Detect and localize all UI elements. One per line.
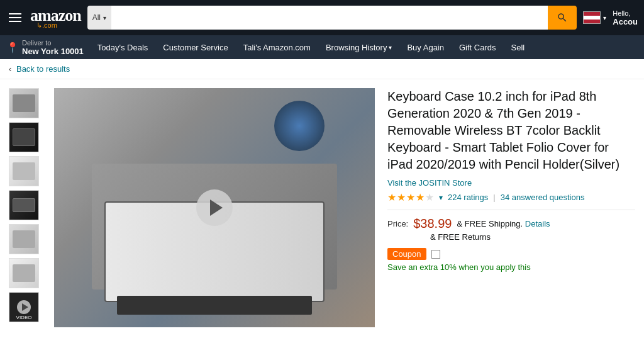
star-4-half: ★: [416, 191, 425, 203]
category-label: All: [92, 13, 101, 22]
deliver-to-button[interactable]: 📍 Deliver to New York 10001: [6, 39, 90, 56]
thumbnail-video[interactable]: VIDEO: [9, 292, 39, 322]
play-triangle-icon: [210, 200, 223, 216]
thumbnail-2[interactable]: [9, 122, 39, 152]
header: amazon ↳.com All ▾ ▾ Hello, Accou: [0, 0, 644, 35]
search-input[interactable]: [111, 6, 548, 30]
thumbnail-3[interactable]: [9, 156, 39, 186]
product-area: VIDEO Keyboard Case 10.2 inch for iPad 8…: [0, 79, 644, 336]
chevron-down-icon: ▾: [103, 14, 106, 21]
ratings-row: ★ ★ ★ ★ ★ ▾ 224 ratings | 34 answered qu…: [387, 191, 635, 203]
subnav-item-buy-again[interactable]: Buy Again: [399, 40, 452, 55]
price-value: $38.99: [413, 216, 452, 231]
product-info: Keyboard Case 10.2 inch for iPad 8th Gen…: [387, 88, 635, 327]
logo-smile: ↳.com: [36, 21, 57, 30]
subnav-item-customer-service[interactable]: Customer Service: [155, 40, 235, 55]
price-section: Price: $38.99 & FREE Shipping. Details &…: [387, 216, 635, 242]
location-pin-icon: 📍: [6, 42, 19, 53]
back-arrow-icon: ‹: [9, 64, 11, 74]
hello-text: Hello,: [613, 9, 638, 17]
store-link[interactable]: Visit the JOSITIN Store: [387, 178, 635, 188]
subnav-item-todays-deals[interactable]: Today's Deals: [90, 40, 156, 55]
star-rating[interactable]: ★ ★ ★ ★ ★: [387, 191, 434, 203]
us-flag-icon: [583, 11, 601, 24]
main-image-box: [54, 88, 375, 327]
divider: [387, 210, 635, 210]
search-bar: All ▾: [87, 6, 577, 30]
search-category-dropdown[interactable]: All ▾: [87, 6, 111, 30]
subnav: 📍 Deliver to New York 10001 Today's Deal…: [0, 35, 644, 59]
location-text: New York 10001: [22, 47, 84, 56]
breadcrumb[interactable]: ‹ Back to results: [0, 59, 644, 79]
price-shipping: & FREE Shipping. Details: [457, 219, 550, 228]
account-button[interactable]: Hello, Accou: [613, 9, 638, 26]
thumbnail-4[interactable]: [9, 190, 39, 220]
free-returns: & FREE Returns: [430, 232, 635, 242]
subnav-links: Today's Deals Customer Service Tali's Am…: [90, 40, 532, 55]
coupon-row: Coupon: [387, 248, 635, 260]
search-icon: [557, 12, 568, 23]
thumbnail-1[interactable]: [9, 88, 39, 118]
hamburger-menu[interactable]: [6, 11, 24, 25]
account-text: Accou: [613, 17, 638, 26]
thumbnail-5[interactable]: [9, 224, 39, 254]
breadcrumb-text: Back to results: [16, 64, 70, 74]
shipping-details-link[interactable]: Details: [525, 219, 550, 228]
hamburger-line: [9, 21, 21, 22]
star-3: ★: [406, 191, 415, 203]
answered-questions[interactable]: 34 answered questions: [501, 193, 585, 202]
language-flag-button[interactable]: ▾: [583, 11, 606, 24]
video-label: VIDEO: [9, 315, 38, 320]
hamburger-line: [9, 13, 21, 14]
subnav-item-talis-amazon[interactable]: Tali's Amazon.com: [236, 40, 318, 55]
shipping-text: & FREE Shipping.: [457, 219, 523, 228]
thumbnail-list: VIDEO: [9, 88, 42, 327]
price-label: Price:: [387, 219, 408, 228]
star-1: ★: [387, 191, 396, 203]
main-product-image[interactable]: [54, 88, 375, 327]
video-play-button[interactable]: [196, 189, 233, 226]
star-2: ★: [397, 191, 406, 203]
star-5-empty: ★: [425, 191, 434, 203]
subnav-item-sell[interactable]: Sell: [504, 40, 533, 55]
coupon-badge: Coupon: [387, 248, 426, 260]
coupon-save-text: Save an extra 10% when you apply this: [387, 262, 635, 272]
amazon-logo[interactable]: amazon ↳.com: [30, 6, 81, 30]
deliver-to-label: Deliver to: [22, 39, 84, 47]
rating-count[interactable]: 224 ratings: [448, 193, 488, 202]
stars-dropdown[interactable]: ▾: [439, 193, 443, 202]
rating-divider: |: [493, 193, 495, 202]
hamburger-line: [9, 17, 21, 18]
coupon-checkbox[interactable]: [431, 250, 440, 259]
price-row: Price: $38.99 & FREE Shipping. Details: [387, 216, 635, 231]
chevron-down-icon: ▾: [603, 14, 606, 21]
search-button[interactable]: [548, 6, 577, 30]
product-title: Keyboard Case 10.2 inch for iPad 8th Gen…: [387, 88, 635, 173]
subnav-item-gift-cards[interactable]: Gift Cards: [452, 40, 504, 55]
chevron-down-icon: ▾: [389, 44, 392, 51]
subnav-item-browsing-history[interactable]: Browsing History ▾: [318, 40, 400, 55]
thumbnail-6[interactable]: [9, 258, 39, 288]
